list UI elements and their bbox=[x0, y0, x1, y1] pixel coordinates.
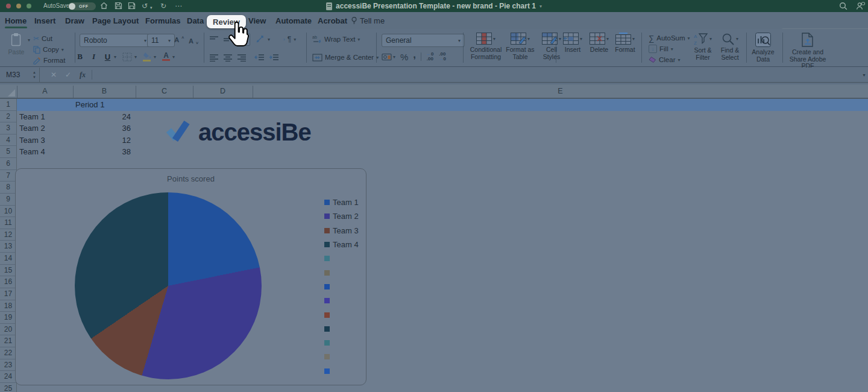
adobe-pdf-button[interactable]: Create and Share Adobe PDF bbox=[785, 33, 831, 70]
text-direction-button[interactable]: › ¶ ▾ bbox=[283, 34, 296, 44]
copy-chevron-icon[interactable]: ▾ bbox=[61, 47, 64, 52]
cell-B1[interactable]: Period 1 bbox=[75, 99, 131, 111]
tab-data[interactable]: Data bbox=[187, 12, 204, 29]
formula-bar-expand-icon[interactable]: ▼ bbox=[862, 68, 866, 82]
format-cells-button[interactable]: ▾ Format bbox=[612, 33, 638, 54]
insert-function-button[interactable]: fx bbox=[80, 68, 86, 82]
row-header-17[interactable]: 17 bbox=[0, 288, 16, 300]
close-window-button[interactable] bbox=[6, 4, 11, 8]
home-icon[interactable] bbox=[100, 2, 108, 12]
cell-A5[interactable]: Team 4 bbox=[19, 146, 68, 158]
column-header-A[interactable]: A bbox=[17, 84, 73, 98]
select-all-corner[interactable] bbox=[0, 84, 17, 98]
row-header-12[interactable]: 12 bbox=[0, 229, 16, 241]
paste-chevron-icon[interactable]: ▾ bbox=[28, 37, 30, 43]
name-box-stepper[interactable]: ▲ ▼ bbox=[33, 70, 36, 80]
orientation-button[interactable]: ▾ bbox=[256, 34, 270, 44]
row-header-2[interactable]: 2 bbox=[0, 111, 16, 123]
row-header-8[interactable]: 8 bbox=[0, 182, 16, 194]
row-header-23[interactable]: 23 bbox=[0, 359, 16, 371]
worksheet-grid[interactable]: ABCDE 1234567891011121314151617181920212… bbox=[0, 84, 868, 392]
row-header-6[interactable]: 6 bbox=[0, 158, 16, 170]
column-header-D[interactable]: D bbox=[193, 84, 253, 98]
column-header-B[interactable]: B bbox=[73, 84, 136, 98]
row-header-14[interactable]: 14 bbox=[0, 253, 16, 265]
align-top-icon[interactable] bbox=[209, 36, 219, 43]
row-header-10[interactable]: 10 bbox=[0, 206, 16, 218]
title-chevron-icon[interactable]: ▾ bbox=[539, 4, 542, 9]
underline-button[interactable]: U bbox=[104, 52, 112, 62]
row-header-18[interactable]: 18 bbox=[0, 300, 16, 312]
cell-B3[interactable]: 36 bbox=[75, 122, 131, 134]
row-header-19[interactable]: 19 bbox=[0, 312, 16, 324]
fill-color-chevron-icon[interactable]: ▾ bbox=[154, 54, 156, 60]
cell-A4[interactable]: Team 3 bbox=[19, 134, 68, 147]
conditional-formatting-button[interactable]: ▾ Conditional Formatting bbox=[467, 33, 505, 60]
undo-icon[interactable]: ↺ bbox=[142, 1, 148, 11]
pie-chart[interactable] bbox=[75, 192, 262, 379]
tell-me[interactable]: Tell me bbox=[351, 12, 385, 29]
zoom-window-button[interactable] bbox=[27, 4, 31, 8]
accounting-format-button[interactable]: ▾ bbox=[382, 53, 395, 61]
merge-center-button[interactable]: Merge & Center ▾ bbox=[312, 52, 379, 62]
tab-page-layout[interactable]: Page Layout bbox=[92, 12, 139, 29]
save-icon[interactable] bbox=[115, 2, 122, 12]
row-header-21[interactable]: 21 bbox=[0, 335, 16, 347]
undo-chevron-icon[interactable]: ▾ bbox=[150, 3, 153, 13]
row-header-13[interactable]: 13 bbox=[0, 241, 16, 253]
tab-automate[interactable]: Automate bbox=[275, 12, 312, 29]
cell-A2[interactable]: Team 1 bbox=[19, 111, 68, 123]
insert-cells-button[interactable]: ▾ Insert bbox=[561, 33, 585, 54]
analyze-data-button[interactable]: Analyze Data bbox=[749, 33, 777, 63]
minimize-window-button[interactable] bbox=[16, 4, 21, 8]
borders-icon[interactable] bbox=[122, 52, 132, 62]
align-center-icon[interactable] bbox=[223, 54, 233, 62]
row-header-3[interactable]: 3 bbox=[0, 122, 16, 134]
row-header-5[interactable]: 5 bbox=[0, 146, 16, 158]
tab-view[interactable]: View bbox=[248, 12, 266, 29]
more-commands-icon[interactable]: ⋯ bbox=[175, 1, 182, 11]
row-header-25[interactable]: 25 bbox=[0, 383, 16, 392]
tab-acrobat[interactable]: Acrobat bbox=[318, 12, 347, 29]
row-header-1[interactable]: 1 bbox=[0, 99, 16, 111]
find-select-button[interactable]: ▾ Find & Select bbox=[717, 33, 743, 61]
increase-font-button[interactable]: A˄ bbox=[174, 35, 184, 45]
cut-button[interactable]: ✂ Cut bbox=[33, 34, 52, 43]
cell-B2[interactable]: 24 bbox=[75, 111, 131, 123]
bold-button[interactable]: B bbox=[76, 52, 84, 62]
fill-button[interactable]: ↓ Fill ▾ bbox=[649, 44, 673, 54]
align-right-icon[interactable] bbox=[237, 54, 247, 62]
increase-decimal-button[interactable]: ←0.00 bbox=[426, 52, 433, 62]
row-header-16[interactable]: 16 bbox=[0, 276, 16, 288]
comma-style-button[interactable]: , bbox=[413, 52, 416, 57]
font-color-chevron-icon[interactable]: ▾ bbox=[172, 54, 175, 60]
copy-button[interactable]: Copy ▾ bbox=[33, 45, 64, 54]
autosave-toggle[interactable]: OFF bbox=[68, 2, 96, 10]
row-header-4[interactable]: 4 bbox=[0, 134, 16, 147]
font-size-select[interactable]: 11 ▾ bbox=[147, 34, 175, 47]
row-header-24[interactable]: 24 bbox=[0, 371, 16, 383]
fill-color-button[interactable] bbox=[143, 52, 151, 62]
pie-chart-card[interactable]: Points scored Team 1Team 2Team 3Team 4 bbox=[15, 168, 366, 385]
cell-A3[interactable]: Team 2 bbox=[19, 122, 68, 134]
confirm-entry-button[interactable]: ✓ bbox=[65, 68, 71, 82]
underline-chevron-icon[interactable]: ▾ bbox=[114, 54, 116, 60]
align-left-icon[interactable] bbox=[209, 54, 219, 62]
row-header-20[interactable]: 20 bbox=[0, 324, 16, 336]
format-as-table-button[interactable]: ▾ Format as Table bbox=[504, 33, 536, 60]
format-painter-button[interactable]: Format bbox=[33, 55, 65, 65]
account-icon[interactable] bbox=[856, 2, 865, 13]
formula-input[interactable] bbox=[96, 68, 856, 82]
cancel-entry-button[interactable]: ✕ bbox=[51, 68, 57, 82]
row-header-11[interactable]: 11 bbox=[0, 217, 16, 229]
clear-button[interactable]: Clear ▾ bbox=[649, 55, 681, 65]
decrease-indent-icon[interactable] bbox=[254, 54, 265, 62]
search-icon[interactable] bbox=[839, 2, 848, 13]
column-header-C[interactable]: C bbox=[136, 84, 193, 98]
borders-chevron-icon[interactable]: ▾ bbox=[134, 54, 137, 60]
font-name-select[interactable]: Roboto ▾ bbox=[80, 34, 151, 47]
number-format-select[interactable]: General ▾ bbox=[382, 34, 465, 47]
tab-insert[interactable]: Insert bbox=[34, 12, 55, 29]
tab-formulas[interactable]: Formulas bbox=[145, 12, 181, 29]
row-header-22[interactable]: 22 bbox=[0, 347, 16, 359]
